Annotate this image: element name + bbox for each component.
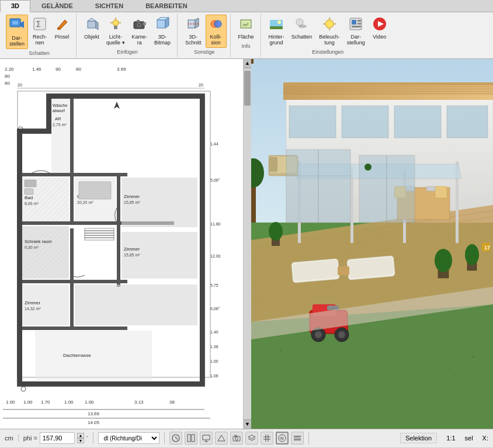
view-3d[interactable]: 17 [251,59,493,429]
status-sel: sel [465,435,473,442]
svg-point-9 [113,20,119,26]
svg-text:80: 80 [5,81,10,86]
tab-bearbeiten[interactable]: BEARBEITEN [134,0,199,12]
rechnen-icon: ∑ [32,16,47,34]
btn-flaeche-label: Fläche [238,34,254,40]
mountain-btn[interactable] [215,432,228,444]
svg-rect-65 [22,280,127,283]
svg-point-188 [338,331,345,338]
tab-3d[interactable]: 3D [0,0,30,12]
ribbon-group-einstellungen: Hinter-grund Schatten [262,13,394,57]
group-schatten-label: Schatten [29,50,50,56]
svg-rect-149 [447,106,488,138]
svg-rect-14 [114,26,117,29]
tab-gelaende[interactable]: GELÄNDE [30,0,84,12]
tab-sichten[interactable]: SICHTEN [84,0,134,12]
svg-rect-68 [117,173,120,228]
main-area: 2.20 1.46 90 80 3.69 80 80 [0,59,493,429]
btn-kamera[interactable]: Kame-ra [129,15,151,48]
status-mode: Selektion [400,433,437,443]
kollision-icon [209,16,224,34]
btn-darstellung[interactable]: Dar-stellung [344,15,368,48]
btn-3dbitmap[interactable]: 3D-Bitmap [151,15,173,48]
btn-schatten2[interactable]: Schatten [289,15,315,42]
svg-marker-8 [96,21,98,30]
dl-select[interactable]: dl (Richtung/Di [98,432,159,444]
svg-text:AR: AR [55,116,61,121]
btn-kamera-label: Kame-ra [132,34,148,46]
hintergrund-icon [269,16,284,34]
phi-up-btn[interactable]: ▲ [77,433,84,438]
svg-rect-127 [25,180,36,187]
clock-btn[interactable] [169,432,182,444]
svg-rect-174 [435,186,447,198]
btn-darstellung-label: Dar-stellung [347,34,365,46]
btn-objekt[interactable]: Objekt [81,15,102,42]
svg-rect-145 [283,82,493,85]
svg-rect-66 [22,327,127,330]
scrollbar-down-btn[interactable]: ▼ [244,419,251,429]
svg-text:1.70: 1.70 [41,400,50,405]
layers-btn[interactable] [245,432,258,444]
svg-text:1.00: 1.00 [210,359,218,363]
darstellung-icon [348,16,363,34]
btn-darstellen[interactable]: Dar-stellen [6,15,28,49]
svg-rect-20 [157,20,165,28]
status-scale: 1:1 [446,435,455,442]
flaeche-icon: m² [238,16,254,34]
svg-rect-58 [47,94,51,129]
btn-flaeche[interactable]: m² Fläche [235,15,257,42]
svg-text:1.00: 1.00 [23,400,33,405]
screen-btn[interactable] [200,432,213,444]
phi-input[interactable] [40,432,75,444]
view-split-btn[interactable] [185,432,197,444]
btn-rechnen[interactable]: ∑ Rech-nen [29,15,50,48]
settings2-btn[interactable] [291,432,304,444]
grid-btn[interactable] [261,432,273,444]
svg-text:Zimmer: Zimmer [124,194,140,199]
svg-point-180 [465,244,479,265]
schatten-icon [294,16,309,34]
fp-scrollbar[interactable]: ▲ ▼ [243,59,251,429]
ribbon-group-info: m² Fläche Info [232,13,261,57]
svg-text:12.00: 12.00 [210,254,221,258]
kamera-icon [132,16,147,34]
svg-rect-82 [22,226,69,279]
svg-rect-213 [192,435,195,442]
btn-kollision[interactable]: Kolli-sion [206,15,227,48]
btn-hintergrund[interactable]: Hinter-grund [266,15,287,48]
svg-text:15,85 m²: 15,85 m² [124,253,140,257]
svg-text:80: 80 [76,67,81,72]
btn-pinsel-label: Pinsel [55,34,70,40]
svg-text:90: 90 [55,67,61,72]
svg-point-17 [138,24,140,26]
scrollbar-thumb[interactable] [244,71,251,106]
svg-text:1.00: 1.00 [85,400,94,405]
svg-text:∑: ∑ [36,20,41,27]
svg-rect-128 [25,189,33,195]
floor-plan[interactable]: 2.20 1.46 90 80 3.69 80 80 [0,59,251,429]
pinsel-icon [54,16,70,34]
phi-down-btn[interactable]: ▼ [77,438,84,443]
btn-lichtquelle-label: Licht-quelle ▾ [106,34,125,46]
scrollbar-up-btn[interactable]: ▲ [244,59,251,68]
dl-group: dl (Richtung/Di [98,432,165,444]
compass-btn[interactable]: N [276,432,289,444]
btn-lichtquelle[interactable]: Licht-quelle ▾ [103,15,128,48]
svg-point-35 [325,20,334,28]
svg-point-204 [455,373,457,375]
phi-degree: ° [86,435,89,441]
group-sonstige-label: Sonstige [194,49,214,55]
btn-3dschnitt[interactable]: 3D-Schnitt [182,15,204,48]
btn-beleuchtung[interactable]: Beleuch-tung [316,15,343,48]
svg-text:m²: m² [243,22,249,27]
svg-rect-6 [88,21,96,28]
phi-spinner[interactable]: ▲ ▼ [77,433,84,443]
btn-pinsel[interactable]: Pinsel [51,15,72,42]
camera2-btn[interactable] [230,432,243,444]
svg-text:11.80: 11.80 [210,222,221,226]
svg-text:1.00: 1.00 [64,400,74,405]
btn-schatten2-label: Schatten [291,34,313,40]
btn-video[interactable]: Video [369,15,390,42]
svg-text:5,06°: 5,06° [210,178,220,182]
